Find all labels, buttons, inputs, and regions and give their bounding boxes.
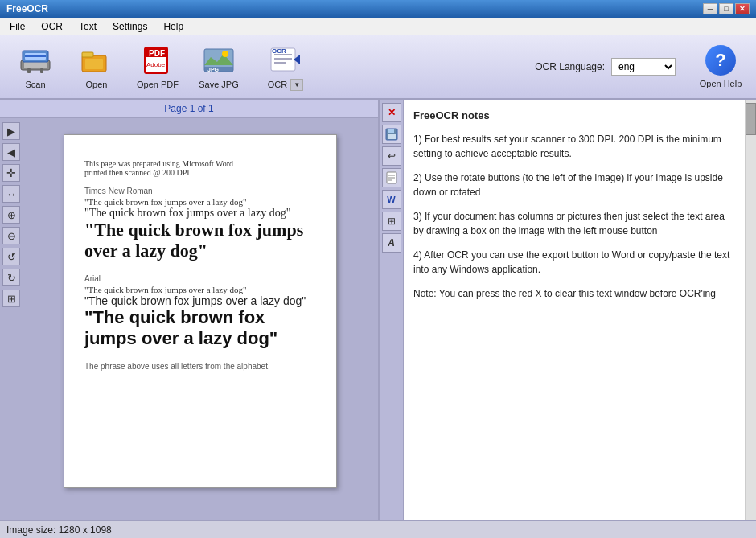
open-help-button[interactable]: ? Open Help [692, 39, 750, 95]
times-text-large: "The quick brown fox jumps over a lazy d… [84, 220, 316, 261]
save-jpg-icon: JPG [203, 44, 235, 76]
toolbar-separator [327, 43, 327, 91]
menu-file[interactable]: File [3, 19, 31, 34]
tool-next[interactable]: ▶ [2, 122, 20, 140]
image-canvas[interactable]: This page was prepared using Microsoft W… [23, 118, 378, 520]
menu-text[interactable]: Text [72, 19, 103, 34]
arial-text-small-1: "The quick brown fox jumps over a lazy d… [84, 285, 316, 294]
image-panel: Page 1 of 1 ▶ ◀ ✛ ↔ ⊕ ⊖ ↺ ↻ ⊞ This page … [0, 100, 378, 520]
main-content: Page 1 of 1 ▶ ◀ ✛ ↔ ⊕ ⊖ ↺ ↻ ⊞ This page … [0, 100, 756, 520]
doc-header: This page was prepared using Microsoft W… [84, 159, 316, 177]
ocr-grid-button[interactable]: ⊞ [382, 212, 401, 231]
svg-text:JPG: JPG [207, 67, 220, 72]
tool-rotate-left[interactable]: ↺ [2, 248, 20, 265]
ocr-scrollbar[interactable] [745, 100, 756, 520]
menu-help[interactable]: Help [157, 19, 190, 34]
menu-settings[interactable]: Settings [106, 19, 154, 34]
ocr-panel-inner: ✕ ↩ W [380, 100, 756, 520]
ocr-save-button[interactable] [382, 125, 401, 144]
ocr-side-toolbar: ✕ ↩ W [380, 100, 404, 520]
tool-grid[interactable]: ⊞ [2, 290, 20, 307]
tool-prev[interactable]: ◀ [2, 143, 20, 161]
ocr-notes-title: FreeOCR notes [413, 108, 735, 124]
open-pdf-button[interactable]: PDF Adobe Open PDF [129, 39, 187, 95]
image-viewer: ▶ ◀ ✛ ↔ ⊕ ⊖ ↺ ↻ ⊞ This page was prepared… [0, 118, 378, 520]
svg-rect-5 [27, 68, 31, 73]
ocr-note-2: 2) Use the rotate buttons (to the left o… [413, 170, 735, 199]
times-text-medium: "The quick brown fox jumps over a lazy d… [84, 207, 316, 220]
open-pdf-icon: PDF Adobe [142, 44, 174, 76]
svg-point-16 [222, 51, 228, 57]
open-label: Open [86, 80, 108, 89]
document-page: This page was prepared using Microsoft W… [64, 134, 337, 488]
doc-header-line2: printed then scanned @ 200 DPI [84, 168, 316, 177]
ocr-font-button[interactable]: A [382, 233, 401, 253]
ocr-doc-button[interactable] [382, 168, 401, 187]
app-title: FreeOCR [6, 3, 48, 14]
title-bar: FreeOCR ─ □ ✕ [0, 0, 756, 18]
svg-text:Adobe: Adobe [146, 61, 166, 68]
scan-label: Scan [25, 80, 45, 89]
title-bar-buttons: ─ □ ✕ [703, 3, 750, 14]
ocr-back-button[interactable]: ↩ [382, 146, 401, 166]
ocr-language-selector: OCR Language: eng [535, 58, 676, 76]
svg-rect-6 [40, 68, 43, 73]
ocr-panel: ✕ ↩ W [378, 100, 756, 520]
ocr-icon: OCR [269, 43, 302, 76]
ocr-note-5: Note: You can press the red X to clear t… [413, 286, 735, 301]
ocr-language-label: OCR Language: [535, 61, 605, 72]
scan-button[interactable]: Scan [6, 39, 64, 95]
page-indicator: Page 1 of 1 [0, 100, 378, 118]
arial-text-medium: "The quick brown fox jumps over a lazy d… [84, 294, 316, 307]
ocr-dropdown-arrow[interactable]: ▼ [290, 79, 303, 91]
svg-rect-8 [82, 52, 93, 57]
tool-zoom-out[interactable]: ⊖ [2, 227, 20, 244]
times-font-label: Times New Roman [84, 187, 316, 195]
ocr-label: OCR [268, 80, 287, 89]
help-icon: ? [705, 45, 736, 76]
svg-rect-27 [388, 134, 396, 139]
arial-section: Arial "The quick brown fox jumps over a … [84, 274, 316, 349]
ocr-text-area[interactable]: FreeOCR notes 1) For best results set yo… [404, 100, 745, 520]
arial-font-label: Arial [84, 274, 316, 283]
svg-rect-1 [24, 62, 47, 68]
svg-rect-26 [388, 129, 394, 133]
ocr-button[interactable]: OCR OCR ▼ [251, 39, 320, 95]
menu-bar: File OCR Text Settings Help [0, 18, 756, 35]
ocr-note-4: 4) After OCR you can use the export butt… [413, 248, 735, 277]
ocr-scrollbar-thumb[interactable] [746, 103, 756, 135]
maximize-button[interactable]: □ [719, 3, 733, 14]
menu-ocr[interactable]: OCR [35, 19, 69, 34]
save-jpg-label: Save JPG [199, 80, 239, 89]
minimize-button[interactable]: ─ [703, 3, 717, 14]
ocr-clear-button[interactable]: ✕ [382, 103, 401, 122]
toolbar: Scan Open PDF Adobe Open PDF [0, 35, 756, 100]
svg-text:OCR: OCR [272, 47, 286, 55]
open-button[interactable]: Open [68, 39, 125, 95]
open-icon [80, 44, 113, 76]
svg-rect-9 [85, 59, 103, 69]
open-help-label: Open Help [700, 79, 742, 88]
times-text-small-1: "The quick brown fox jumps over a lazy d… [84, 197, 316, 207]
tool-move[interactable]: ✛ [2, 164, 20, 182]
ocr-language-dropdown[interactable]: eng [611, 58, 676, 76]
tool-rotate-right[interactable]: ↻ [2, 269, 20, 286]
open-pdf-label: Open PDF [137, 80, 179, 89]
scan-icon [19, 44, 51, 76]
doc-footer: The phrase above uses all letters from t… [84, 362, 316, 371]
status-text: Image size: 1280 x 1098 [6, 524, 112, 536]
left-toolbar: ▶ ◀ ✛ ↔ ⊕ ⊖ ↺ ↻ ⊞ [0, 118, 23, 520]
ocr-note-1: 1) For best results set your scanner to … [413, 132, 735, 161]
svg-text:PDF: PDF [149, 49, 165, 58]
times-new-roman-section: Times New Roman "The quick brown fox jum… [84, 187, 316, 261]
status-bar: Image size: 1280 x 1098 [0, 520, 756, 538]
tool-zoom-in[interactable]: ⊕ [2, 206, 20, 224]
ocr-note-3: 3) If your document has columns or pictu… [413, 209, 735, 238]
close-button[interactable]: ✕ [735, 3, 750, 14]
doc-header-line1: This page was prepared using Microsoft W… [84, 159, 316, 168]
save-jpg-button[interactable]: JPG Save JPG [190, 39, 248, 95]
ocr-word-button[interactable]: W [382, 190, 401, 209]
tool-stretch[interactable]: ↔ [2, 185, 20, 203]
arial-text-large: "The quick brown fox jumps over a lazy d… [84, 307, 316, 349]
